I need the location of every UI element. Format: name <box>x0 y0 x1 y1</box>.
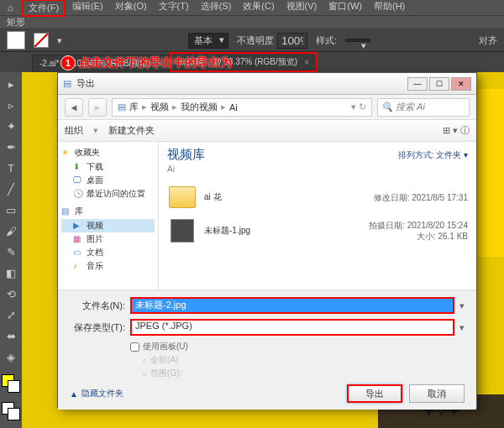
menu-object[interactable]: 对象(O) <box>110 0 152 17</box>
line-tool[interactable]: ╱ <box>3 180 19 197</box>
fill-swatch[interactable] <box>7 31 25 50</box>
menu-bar: 文件(F) 编辑(E) 对象(O) 文字(T) 选择(S) 效果(C) 视图(V… <box>22 0 410 17</box>
folder-icon <box>169 186 196 208</box>
music-icon: ♪ <box>73 261 83 271</box>
scale-tool[interactable]: ⤢ <box>3 306 19 323</box>
new-folder-button[interactable]: 新建文件夹 <box>108 124 155 137</box>
tools-panel: ▸ ▹ ✦ ✒ T ╱ ▭ 🖌 ✎ ◧ ⟲ ⤢ ⬌ ◈ ▣ ⋯ <box>0 72 22 428</box>
sort-dropdown[interactable]: 文件夹 ▾ <box>436 150 468 159</box>
menu-view[interactable]: 视图(V) <box>281 0 323 17</box>
file-list: 视频库 排列方式: 文件夹 ▾ Ai ai 花 修改日期: 2021/8/5 1… <box>159 142 476 290</box>
selection-tool[interactable]: ▸ <box>3 76 19 92</box>
download-icon: ⬇ <box>73 162 83 172</box>
library-sub: Ai <box>167 164 468 174</box>
path-bar[interactable]: ▤ 库▸ 视频▸ 我的视频▸ Ai ▾ ↻ <box>112 98 372 117</box>
menu-help[interactable]: 帮助(H) <box>369 0 410 17</box>
jpg-icon <box>171 219 194 243</box>
opacity-label: 不透明度 <box>237 34 274 47</box>
filetype-label: 保存类型(T): <box>70 321 125 334</box>
wand-tool[interactable]: ✦ <box>3 117 19 134</box>
stroke-swatch[interactable] <box>34 33 49 48</box>
menu-text[interactable]: 文字(T) <box>154 0 194 17</box>
sidebar-item-desktop[interactable]: 🖵桌面 <box>61 174 155 187</box>
annotation-1-icon: 1 <box>60 55 76 70</box>
dialog-title: 导出 <box>76 77 95 90</box>
maximize-button[interactable]: ☐ <box>429 77 449 91</box>
opacity-input[interactable] <box>277 33 307 49</box>
organize-button[interactable]: 组织 <box>65 124 83 137</box>
width-tool[interactable]: ⬌ <box>3 327 19 344</box>
hide-folders-toggle[interactable]: ▲隐藏文件夹 <box>70 388 123 399</box>
shape-tool[interactable]: ◈ <box>3 348 19 365</box>
document-icon: ▭ <box>73 248 83 258</box>
library-icon: ▤ <box>61 206 71 217</box>
style-dropdown[interactable] <box>345 39 370 42</box>
filetype-dropdown[interactable]: JPEG (*.JPG) <box>130 319 454 336</box>
align-label[interactable]: 对齐 <box>479 34 497 47</box>
close-button[interactable]: ✕ <box>451 77 471 91</box>
eraser-tool[interactable]: ◧ <box>3 264 19 281</box>
tool-label: 矩形 <box>0 15 504 29</box>
brush-dropdown[interactable]: 基本 <box>188 33 228 49</box>
recent-icon: 🕓 <box>73 189 83 199</box>
forward-button[interactable]: ► <box>88 98 107 117</box>
rect-tool[interactable]: ▭ <box>3 201 19 218</box>
filename-input[interactable]: 未标题-2.jpg <box>130 297 454 314</box>
chevron-up-icon: ▲ <box>70 389 78 399</box>
menu-window[interactable]: 窗口(W) <box>323 0 367 17</box>
export-button[interactable]: 导出 <box>347 384 402 403</box>
library-title: 视频库 <box>167 147 205 163</box>
options-bar: ▾ 基本 不透明度 样式: 对齐 <box>0 29 504 52</box>
file-row[interactable]: ai 花 修改日期: 2021/8/5 17:31 <box>167 182 468 212</box>
style-label: 样式: <box>316 34 337 47</box>
screen-mode[interactable]: ▣ <box>3 425 19 428</box>
minimize-button[interactable]: — <box>407 77 428 91</box>
filename-label: 文件名(N): <box>70 300 125 312</box>
pencil-tool[interactable]: ✎ <box>3 243 19 260</box>
search-input[interactable]: 🔍 搜索 Ai <box>377 98 470 117</box>
menu-edit[interactable]: 编辑(E) <box>67 0 108 17</box>
sidebar-item-pictures[interactable]: ▦图片 <box>61 232 155 246</box>
type-tool[interactable]: T <box>3 159 19 176</box>
artboard-checkbox[interactable] <box>130 342 139 352</box>
sidebar: ★收藏夹 ⬇下载 🖵桌面 🕓最近访问的位置 ▤库 ▶视频 ▦图片 ▭文档 ♪音乐 <box>58 142 159 290</box>
color-swatch-2[interactable] <box>2 402 20 420</box>
menu-select[interactable]: 选择(S) <box>196 0 237 17</box>
rotate-tool[interactable]: ⟲ <box>3 285 19 302</box>
menu-file[interactable]: 文件(F) <box>22 0 66 17</box>
sidebar-item-music[interactable]: ♪音乐 <box>61 259 155 273</box>
direct-select-tool[interactable]: ▹ <box>3 97 19 113</box>
brush-tool[interactable]: 🖌 <box>3 222 19 239</box>
desktop-icon: 🖵 <box>73 175 83 185</box>
dialog-icon: ▤ <box>63 78 71 89</box>
export-dialog: ▤导出 — ☐ ✕ ◄ ► ▤ 库▸ 视频▸ 我的视频▸ Ai ▾ ↻ 🔍 搜索… <box>57 72 477 408</box>
dialog-titlebar: ▤导出 — ☐ ✕ <box>58 73 476 95</box>
close-icon[interactable]: × <box>304 58 309 67</box>
home-icon[interactable]: ⌂ <box>3 1 17 14</box>
back-button[interactable]: ◄ <box>65 98 83 117</box>
video-icon: ▶ <box>73 221 83 231</box>
picture-icon: ▦ <box>73 234 83 244</box>
annotation-1-text: 点击文件下的导出中的导出为 <box>79 55 232 70</box>
color-swatch[interactable] <box>2 374 20 393</box>
menu-effect[interactable]: 效果(C) <box>238 0 279 17</box>
file-row[interactable]: 未标题-1.jpg 拍摄日期: 2021/8/20 15:24大小: 26.1 … <box>167 216 468 246</box>
sidebar-item-documents[interactable]: ▭文档 <box>61 246 155 259</box>
cancel-button[interactable]: 取消 <box>409 384 465 403</box>
sidebar-item-recent[interactable]: 🕓最近访问的位置 <box>61 187 155 201</box>
star-icon: ★ <box>61 148 71 158</box>
pen-tool[interactable]: ✒ <box>3 138 19 155</box>
sidebar-item-downloads[interactable]: ⬇下载 <box>61 160 155 174</box>
sidebar-item-videos[interactable]: ▶视频 <box>61 219 155 232</box>
